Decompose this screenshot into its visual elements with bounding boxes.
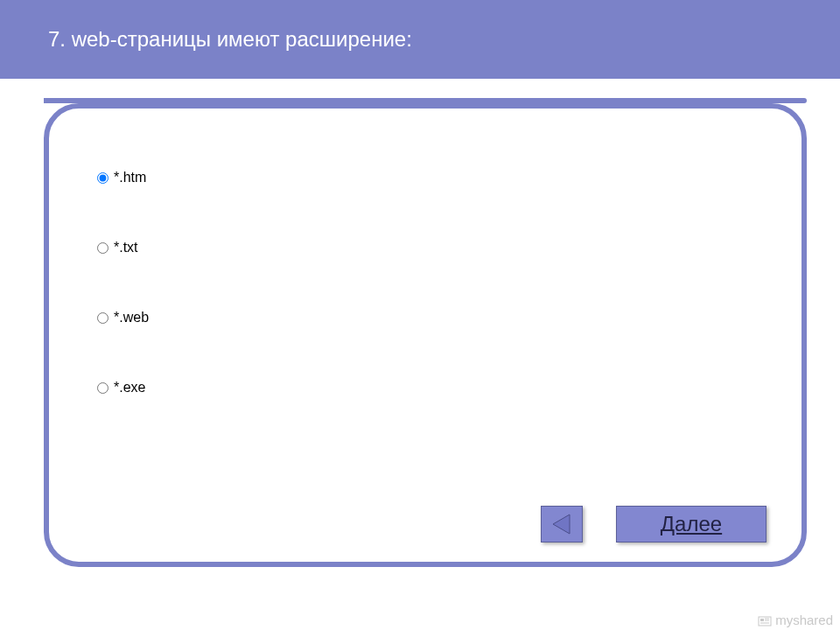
triangle-left-icon: [550, 513, 573, 536]
options-group: *.htm *.txt *.web *.exe: [97, 170, 149, 450]
watermark-text: myshared: [775, 612, 833, 627]
option-radio-web[interactable]: [97, 312, 108, 324]
footer-controls: Далее: [541, 506, 766, 542]
option-radio-exe[interactable]: [97, 382, 108, 394]
option-label: *.txt: [114, 240, 138, 256]
panel-corner-mask: [0, 79, 44, 131]
option-radio-htm[interactable]: [97, 172, 108, 184]
option-label: *.web: [114, 310, 149, 326]
option-row: *.web: [97, 310, 149, 326]
content-panel: *.htm *.txt *.web *.exe Далее: [44, 103, 807, 567]
option-row: *.htm: [97, 170, 149, 186]
option-row: *.exe: [97, 380, 149, 396]
back-button[interactable]: [541, 506, 583, 542]
watermark-icon: [758, 614, 772, 626]
option-radio-txt[interactable]: [97, 242, 108, 254]
svg-marker-0: [553, 514, 570, 534]
watermark: myshared: [758, 612, 833, 627]
next-button[interactable]: Далее: [616, 506, 766, 542]
question-title: 7. web-страницы имеют расширение:: [48, 27, 412, 52]
option-label: *.htm: [114, 170, 146, 186]
option-row: *.txt: [97, 240, 149, 256]
option-label: *.exe: [114, 380, 145, 396]
next-button-label: Далее: [661, 512, 722, 536]
svg-rect-2: [760, 619, 764, 621]
question-header: 7. web-страницы имеют расширение:: [0, 0, 840, 79]
